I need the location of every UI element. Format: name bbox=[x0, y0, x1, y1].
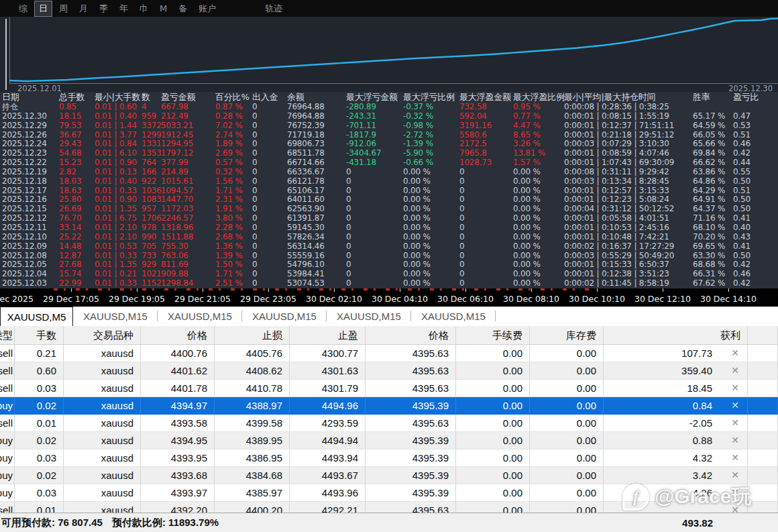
stats-cell: 2025.12.18 bbox=[0, 177, 57, 187]
stats-row[interactable]: 2025.12.0812.870.01 | 0.33733763.061.39 … bbox=[0, 252, 778, 261]
stats-cell: 33.14 bbox=[57, 223, 93, 233]
stats-row[interactable]: 2025.12.1276.700.01 | 6.7517062246.573.8… bbox=[0, 214, 778, 223]
stats-row[interactable]: 2025.12.0527.680.01 | 1.35929811.691.50 … bbox=[0, 260, 778, 270]
stats-row[interactable]: 2025.12.2636.670.01 | 3.7712991912.452.7… bbox=[0, 131, 778, 140]
stats-row[interactable]: 2025.12.1133.140.01 | 2.109781318.962.28… bbox=[0, 223, 778, 233]
menu-item-M[interactable]: M bbox=[156, 2, 171, 15]
close-position-icon[interactable]: ✕ bbox=[731, 345, 739, 362]
stats-cell: 0.00 % bbox=[401, 270, 457, 279]
stats-row[interactable]: 2025.12.192.820.01 | 0.13166214.890.32 %… bbox=[0, 168, 778, 177]
stats-cell: 0.00 % bbox=[401, 252, 457, 261]
stats-cell: 0 bbox=[457, 187, 511, 196]
stats-row[interactable]: 2025.12.0914.480.01 | 0.53705755.301.36 … bbox=[0, 242, 778, 252]
position-cell-commission: 0.00 bbox=[456, 380, 530, 396]
stats-row[interactable]: 2025.12.2979.530.01 | 1.4433725033.217.0… bbox=[0, 121, 778, 131]
close-position-icon[interactable]: ✕ bbox=[731, 380, 739, 396]
stats-cell: 0.42 bbox=[731, 260, 778, 270]
close-position-icon[interactable]: ✕ bbox=[731, 397, 739, 414]
time-axis-tick bbox=[71, 288, 72, 292]
stats-cell: 5033.21 bbox=[159, 121, 213, 131]
stats-row[interactable]: 2025.12.1025.220.01 | 2.109901511.882.68… bbox=[0, 233, 778, 242]
stats-cell: 732.58 bbox=[457, 103, 511, 112]
stats-cell: 0:00:08 | 0:28:36 | 0:38:25 bbox=[562, 103, 691, 112]
stats-row[interactable]: 2025.12.1526.690.01 | 1.359571172.031.91… bbox=[0, 205, 778, 214]
stats-cell: 64011.60 bbox=[285, 195, 344, 205]
menu-item-月[interactable]: 月 bbox=[75, 1, 92, 16]
close-position-icon[interactable]: ✕ bbox=[731, 432, 739, 449]
stats-cell: 0 bbox=[250, 140, 285, 149]
stats-cell: 0:00:03 | 0:07:29 | 3:10:30 bbox=[562, 140, 691, 149]
position-row[interactable]: sell0.21xauusd4400.764405.764300.774395.… bbox=[0, 345, 778, 362]
stats-cell: 59145.30 bbox=[285, 223, 344, 233]
stats-row[interactable]: 2025.12.3018.150.01 | 0.40959212.490.28 … bbox=[0, 112, 778, 121]
positions-col-header-7: 手续费 bbox=[456, 326, 530, 344]
position-row[interactable]: buy0.02xauusd4393.684384.684493.674395.3… bbox=[0, 467, 778, 484]
stats-row[interactable]: 2025.12.0415.740.01 | 0.211021909.881.71… bbox=[0, 270, 778, 279]
tab-xauusd-m15-0[interactable]: XAUUSD,M15 bbox=[73, 307, 158, 326]
stats-row[interactable]: 2025.12.1818.030.01 | 0.409221015.611.56… bbox=[0, 177, 778, 187]
stats-col-header-14: 盈亏比 bbox=[731, 92, 778, 103]
position-row[interactable]: sell0.01xauusd4393.584399.584293.594395.… bbox=[0, 415, 778, 432]
menu-item-备[interactable]: 备 bbox=[174, 1, 191, 16]
time-axis-tick bbox=[334, 288, 335, 292]
stats-row[interactable]: 2025.12.1625.800.01 | 0.9010831447.702.3… bbox=[0, 195, 778, 205]
stats-cell: 0 bbox=[344, 279, 401, 288]
stats-cell: 0.00 % bbox=[401, 205, 457, 214]
stats-cell: 53984.41 bbox=[285, 270, 344, 279]
menu-item-周[interactable]: 周 bbox=[55, 1, 72, 16]
menu-item-巾[interactable]: 巾 bbox=[135, 1, 152, 16]
position-row[interactable]: buy0.02xauusd4394.954389.954494.944395.3… bbox=[0, 432, 778, 449]
close-position-icon[interactable]: ✕ bbox=[731, 467, 739, 484]
tab-xauusd-m15-1[interactable]: XAUUSD,M15 bbox=[158, 307, 242, 326]
stats-row[interactable]: 2025.12.2354.680.01 | 6.1013531797.122.6… bbox=[0, 149, 778, 158]
stats-cell: 166 bbox=[140, 168, 159, 177]
stats-row[interactable]: 2025.12.1718.630.01 | 0.3310361094.571.7… bbox=[0, 187, 778, 196]
equity-chart[interactable]: 2025.12.01 2025.12.30 bbox=[0, 17, 778, 92]
position-cell-profit: 0.88✕ bbox=[604, 432, 748, 449]
close-position-icon[interactable]: ✕ bbox=[731, 484, 739, 501]
menu-item-年[interactable]: 年 bbox=[115, 1, 132, 16]
position-row[interactable]: buy0.03xauusd4393.974385.974493.964395.3… bbox=[0, 484, 778, 502]
time-axis-tick bbox=[465, 288, 466, 292]
menu-item-日[interactable]: 日 bbox=[35, 1, 52, 16]
close-position-icon[interactable]: ✕ bbox=[731, 449, 739, 466]
tab-xauusd-m15-3[interactable]: XAUUSD,M15 bbox=[327, 307, 411, 326]
stats-cell: 0 bbox=[457, 177, 511, 187]
stats-cell: 2025.12.09 bbox=[0, 242, 57, 252]
position-row[interactable]: buy0.03xauusd4393.954386.954493.944395.3… bbox=[0, 449, 778, 467]
close-position-icon[interactable]: ✕ bbox=[731, 415, 739, 431]
stats-cell: 69.84 % bbox=[691, 149, 731, 158]
stats-cell: 0.00 % bbox=[511, 187, 562, 196]
position-row[interactable]: sell0.60xauusd4401.624408.624301.634395.… bbox=[0, 362, 778, 380]
tab-xauusd-m15-4[interactable]: XAUUSD,M15 bbox=[411, 307, 496, 326]
stats-cell: 0.01 | 0.90 bbox=[93, 195, 140, 205]
close-position-icon[interactable]: ✕ bbox=[731, 362, 739, 379]
stats-cell: 持仓 bbox=[0, 103, 57, 112]
stats-row[interactable]: 2025.12.0322.990.01 | 0.3311521298.842.5… bbox=[0, 279, 778, 288]
stats-cell: 990 bbox=[140, 233, 159, 242]
menu-item-账户[interactable]: 账户 bbox=[194, 1, 220, 16]
position-row[interactable]: buy0.02xauusd4394.974388.974494.964395.3… bbox=[0, 397, 778, 415]
position-cell-symbol: xauusd bbox=[64, 467, 141, 484]
stats-cell: 2172.5 bbox=[457, 140, 511, 149]
stats-row[interactable]: 2025.12.2215.230.01 | 0.90764377.990.57 … bbox=[0, 158, 778, 168]
tab-xauusd-m15-2[interactable]: XAUUSD,M15 bbox=[242, 307, 327, 326]
position-row[interactable]: sell0.03xauusd4401.784410.784301.794395.… bbox=[0, 380, 778, 397]
tab-xauusd-m5-active[interactable]: XAUUSD,M5 bbox=[0, 307, 73, 326]
stats-header-row: 日期总手数最小|大手数数盈亏金额百分比%出入金余额最大浮亏金额最大浮亏比例最大浮… bbox=[0, 92, 778, 103]
stats-cell: 0 bbox=[250, 233, 285, 242]
menu-item-综[interactable]: 综 bbox=[15, 1, 32, 16]
stats-cell: 592.04 bbox=[457, 112, 511, 121]
stats-cell: 2025.12.30 bbox=[0, 112, 57, 121]
stats-cell: 4 bbox=[140, 103, 159, 112]
stats-cell: 68511.78 bbox=[285, 149, 344, 158]
stats-cell: 0.00 % bbox=[511, 233, 562, 242]
menu-item-季[interactable]: 季 bbox=[95, 1, 112, 16]
stats-cell: 12.87 bbox=[57, 252, 93, 261]
menu-item-trail[interactable]: 轨迹 bbox=[261, 1, 286, 16]
position-cell-swap: 0.00 bbox=[530, 362, 604, 379]
stats-row[interactable]: 2025.12.2429.430.01 | 0.8413311294.951.8… bbox=[0, 140, 778, 149]
stats-row[interactable]: 持仓0.850.01 | 0.604667.980.87 %076964.88-… bbox=[0, 103, 778, 112]
stats-cell: 0.00 % bbox=[401, 168, 457, 177]
stats-cell: 0.50 bbox=[731, 177, 778, 187]
